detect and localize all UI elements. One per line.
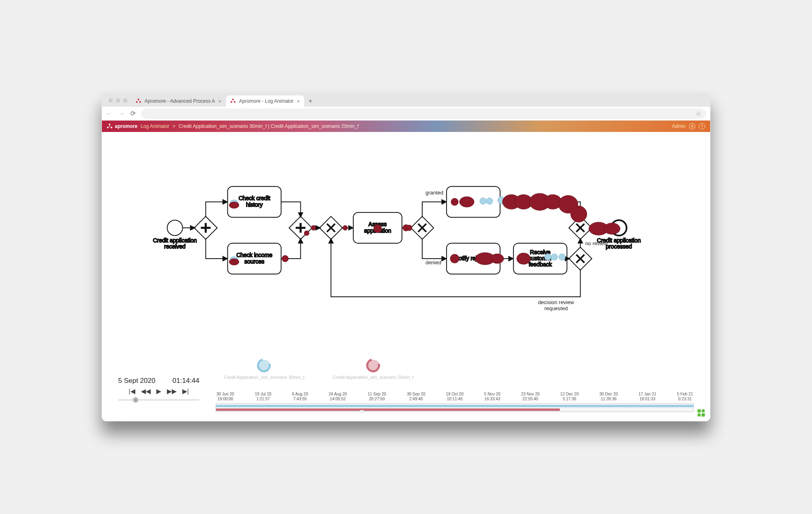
rewind-button[interactable]: ◀◀	[141, 387, 151, 395]
gateway-decision[interactable]	[411, 216, 434, 239]
min-dot-icon[interactable]	[116, 98, 120, 103]
reload-button[interactable]: ⟳	[130, 110, 136, 117]
svg-point-56	[517, 253, 531, 264]
svg-point-5	[234, 101, 235, 103]
gateway-parallel-join[interactable]	[289, 216, 312, 239]
tab-label: Apromore - Log Animator	[239, 98, 294, 104]
bookmark-star-icon[interactable]: ☆	[695, 110, 701, 117]
svg-point-33	[282, 255, 288, 262]
playback-time: 01:14:44	[173, 377, 199, 385]
svg-point-52	[604, 223, 620, 234]
legend-item-1[interactable]: Credit Application_sim_scenario 30min_f	[224, 359, 304, 380]
favicon-icon	[230, 98, 236, 104]
edge-label-noreview: no review	[585, 240, 608, 246]
svg-point-55	[491, 254, 504, 263]
timeline-tick: 30 Jun 2019:00:00	[216, 392, 234, 402]
playback-date: 5 Sept 2020	[118, 377, 155, 385]
window-controls[interactable]	[105, 98, 131, 107]
tab-log-animator[interactable]: Apromore - Log Animator ×	[226, 95, 304, 107]
edge	[206, 202, 228, 217]
close-tab-icon[interactable]: ×	[218, 98, 221, 104]
playback-panel: 5 Sept 2020 01:14:44 |◀ ◀◀ ▶ ▶▶ ▶| 3	[114, 374, 203, 406]
logo-icon	[107, 123, 112, 129]
legend-swatch-icon	[366, 359, 380, 372]
timeline-playhead[interactable]	[359, 410, 364, 412]
legend-item-2[interactable]: Credit Application_sim_scenario 20min_f	[333, 359, 414, 380]
svg-point-61	[702, 409, 705, 412]
timeline-tick: 23 Nov 2022:55:40	[521, 392, 540, 402]
timeline-tick: 30 Dec 2011:39:36	[599, 392, 618, 402]
svg-point-57	[545, 254, 551, 260]
new-tab-button[interactable]: +	[305, 95, 316, 107]
svg-point-41	[460, 197, 474, 207]
section-title: Log Animator	[140, 123, 169, 129]
gateway-review[interactable]	[569, 247, 592, 270]
edge-label-granted: granted	[425, 190, 443, 196]
svg-point-6	[109, 124, 110, 125]
close-dot-icon[interactable]	[108, 98, 113, 103]
help-icon[interactable]: ?	[699, 123, 705, 130]
edge-denied	[422, 238, 447, 259]
legend-label: Credit Application_sim_scenario 20min_f	[333, 375, 414, 380]
svg-point-4	[231, 101, 232, 103]
timeline-tick: 5 Nov 2016:33:43	[484, 392, 501, 402]
breadcrumb: Credit Application_sim_scenario 30min_f …	[179, 123, 358, 129]
svg-point-0	[138, 99, 139, 100]
speed-slider[interactable]: 3	[118, 399, 199, 401]
forward-button[interactable]: →	[118, 110, 125, 117]
speed-knob[interactable]: 3	[133, 397, 138, 403]
tab-apromore-main[interactable]: Apromore - Advanced Process A ×	[132, 95, 225, 107]
edge-label-denied: denied	[425, 259, 441, 266]
svg-point-34	[304, 231, 309, 235]
svg-point-30	[229, 202, 239, 208]
start-event[interactable]	[167, 220, 183, 235]
tab-strip: Apromore - Advanced Process A × Apromore…	[102, 93, 710, 107]
brand-name: apromore	[115, 123, 137, 129]
timeline-tick: 30 Sep 202:49:48	[407, 392, 425, 402]
play-button[interactable]: ▶	[156, 387, 161, 395]
goto-start-button[interactable]: |◀	[129, 387, 135, 395]
svg-point-53	[450, 254, 459, 263]
max-dot-icon[interactable]	[123, 98, 127, 103]
edge	[206, 238, 228, 259]
status-toast-icon[interactable]	[697, 409, 705, 417]
app-header: apromore Log Animator > Credit Applicati…	[102, 121, 710, 132]
address-bar: ← → ⟳ ☆	[102, 107, 710, 121]
svg-point-32	[229, 259, 239, 265]
start-label: Credit applicationreceived	[153, 237, 197, 250]
user-icon[interactable]	[689, 123, 695, 130]
svg-point-62	[698, 413, 701, 417]
svg-point-2	[139, 101, 141, 103]
svg-point-7	[107, 127, 109, 128]
gateway-parallel-split[interactable]	[194, 216, 217, 239]
timeline[interactable]: 30 Jun 2019:00:0019 Jul 201:21:576 Aug 2…	[216, 392, 694, 412]
legend-swatch-icon	[257, 359, 271, 372]
gateway-exclusive-merge[interactable]	[320, 216, 342, 239]
svg-point-1	[136, 101, 138, 103]
breadcrumb-separator: >	[173, 123, 175, 129]
svg-rect-60	[698, 409, 701, 412]
favicon-icon	[136, 98, 141, 104]
timeline-track[interactable]	[216, 403, 694, 412]
browser-window: Apromore - Advanced Process A × Apromore…	[102, 93, 710, 421]
timeline-tick: 11 Sep 2020:27:50	[367, 392, 386, 402]
svg-point-40	[451, 198, 458, 205]
edge	[281, 202, 300, 217]
user-name[interactable]: Admin	[672, 123, 686, 129]
url-input[interactable]: ☆	[141, 108, 706, 119]
fast-forward-button[interactable]: ▶▶	[167, 387, 177, 395]
back-button[interactable]: ←	[106, 110, 112, 117]
close-tab-icon[interactable]: ×	[297, 98, 300, 104]
brand-logo[interactable]: apromore	[107, 123, 137, 129]
timeline-tick: 18 Oct 2010:11:45	[446, 392, 463, 402]
svg-point-9	[109, 126, 110, 127]
goto-end-button[interactable]: ▶|	[182, 387, 189, 395]
timeline-tick: 12 Dec 205:17:38	[560, 392, 579, 402]
svg-point-36	[343, 225, 348, 230]
legend: Credit Application_sim_scenario 30min_f …	[224, 359, 413, 380]
svg-point-10	[691, 125, 693, 126]
timeline-tick: 5 Feb 210:23:31	[677, 392, 693, 402]
timeline-tick: 24 Aug 2014:05:52	[329, 392, 347, 402]
timeline-bar-scenario-1	[216, 405, 693, 407]
svg-point-8	[111, 127, 112, 128]
